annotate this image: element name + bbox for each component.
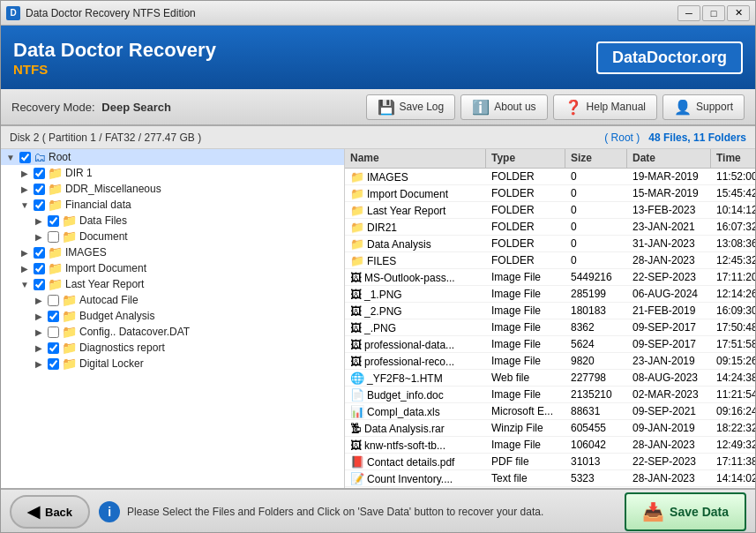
folder-icon: 📁 — [62, 293, 77, 307]
tree-checkbox[interactable] — [34, 279, 45, 290]
tree-checkbox[interactable] — [48, 231, 59, 243]
tree-item-label: Config.. Datacover.DAT — [79, 326, 190, 338]
expander-icon[interactable]: ▼ — [4, 151, 17, 163]
folder-icon: 📁 — [62, 357, 77, 371]
file-time: 10:14:12 — [711, 203, 755, 217]
file-row[interactable]: 📕Contact details.pdf PDF file 31013 22-S… — [345, 454, 755, 470]
file-row[interactable]: 📝Count Inventory.... Text file 5323 28-J… — [345, 470, 755, 487]
tree-checkbox[interactable] — [19, 152, 31, 163]
support-button[interactable]: 👤 Support — [662, 94, 745, 120]
expander-icon[interactable]: ▶ — [19, 167, 31, 179]
tree-checkbox[interactable] — [34, 168, 45, 179]
tree-item-financial[interactable]: ▼📁Financial data — [1, 197, 344, 213]
file-row[interactable]: 📁DIR21 FOLDER 0 23-JAN-2021 16:07:32 — [345, 219, 755, 236]
file-row[interactable]: 🖼professional-reco... Image File 9820 23… — [345, 353, 755, 370]
tree-checkbox[interactable] — [34, 199, 45, 211]
tree-item-importdoc[interactable]: ▶📁Import Document — [1, 260, 344, 276]
file-name: 📁DIR21 — [345, 220, 486, 235]
tree-item-images[interactable]: ▶📁IMAGES — [1, 244, 344, 260]
folder-icon: 📁 — [48, 245, 63, 259]
tree-item-config[interactable]: ▶📁Config.. Datacover.DAT — [1, 324, 344, 340]
save-data-icon: 📥 — [642, 501, 664, 522]
file-row[interactable]: 📁Import Document FOLDER 0 15-MAR-2019 15… — [345, 185, 755, 202]
file-size: 106042 — [565, 438, 627, 452]
expander-icon[interactable]: ▶ — [19, 183, 31, 195]
col-header-type[interactable]: Type — [486, 149, 565, 168]
col-header-size[interactable]: Size — [565, 149, 627, 168]
file-date: 28-JAN-2023 — [627, 253, 711, 267]
tree-item-dir1[interactable]: ▶📁DIR 1 — [1, 165, 344, 181]
tree-item-digital[interactable]: ▶📁Digital Locker — [1, 356, 344, 372]
expander-icon[interactable]: ▶ — [33, 342, 45, 354]
expander-icon[interactable]: ▶ — [33, 230, 45, 243]
tree-item-diagnostics[interactable]: ▶📁Diagnostics report — [1, 340, 344, 356]
tree-checkbox[interactable] — [48, 311, 59, 322]
file-type-icon: 🖼 — [350, 288, 362, 301]
file-type-icon: 📁 — [350, 237, 364, 251]
expander-icon[interactable]: ▶ — [19, 262, 31, 274]
file-row[interactable]: 🖼_1.PNG Image File 285199 06-AUG-2024 12… — [345, 286, 755, 303]
file-list-body: 📁IMAGES FOLDER 0 19-MAR-2019 11:52:00 📁I… — [345, 169, 755, 488]
file-type-icon: 📁 — [350, 204, 364, 217]
save-data-button[interactable]: 📥 Save Data — [625, 492, 746, 531]
expander-icon[interactable]: ▶ — [33, 326, 45, 338]
tree-item-root[interactable]: ▼🗂Root — [1, 149, 344, 165]
file-row[interactable]: 📁Data Analysis FOLDER 0 31-JAN-2023 13:0… — [345, 236, 755, 252]
root-link[interactable]: ( Root ) — [604, 131, 640, 144]
file-row[interactable]: 📊Compl_data.xls Microsoft E... 88631 09-… — [345, 403, 755, 420]
expander-icon[interactable]: ▶ — [33, 357, 45, 370]
file-row[interactable]: 📁FILES FOLDER 0 28-JAN-2023 12:45:32 — [345, 252, 755, 269]
file-name: 📁IMAGES — [345, 169, 486, 184]
tree-checkbox[interactable] — [34, 263, 45, 274]
expander-icon[interactable]: ▼ — [19, 278, 31, 290]
expander-icon[interactable]: ▶ — [19, 246, 31, 259]
tree-checkbox[interactable] — [48, 295, 59, 306]
expander-icon[interactable]: ▼ — [19, 199, 31, 211]
file-row[interactable]: 📄Budget_info.doc Image File 2135210 02-M… — [345, 387, 755, 403]
col-header-date[interactable]: Date — [627, 149, 711, 168]
tree-item-autocad[interactable]: ▶📁Autocad File — [1, 292, 344, 308]
tree-checkbox[interactable] — [48, 215, 59, 227]
minimize-button[interactable]: ─ — [677, 5, 700, 21]
file-row[interactable]: 🗜Data Analysis.rar Winzip File 605455 09… — [345, 420, 755, 437]
maximize-button[interactable]: □ — [702, 5, 725, 21]
expander-icon[interactable]: ▶ — [33, 214, 45, 227]
file-row[interactable]: 📁IMAGES FOLDER 0 19-MAR-2019 11:52:00 — [345, 169, 755, 185]
folder-icon: 📁 — [62, 341, 77, 355]
file-size: 5624 — [565, 337, 627, 351]
tree-item-ddr_misc[interactable]: ▶📁DDR_Miscellaneous — [1, 181, 344, 197]
file-row[interactable]: 🖼_.PNG Image File 8362 09-SEP-2017 17:50… — [345, 319, 755, 336]
expander-icon[interactable]: ▶ — [33, 310, 45, 322]
tree-checkbox[interactable] — [34, 247, 45, 259]
tree-checkbox[interactable] — [34, 184, 45, 195]
about-us-button[interactable]: ℹ️ About us — [460, 94, 547, 120]
tree-item-datafiles[interactable]: ▶📁Data Files — [1, 213, 344, 229]
logo-badge: DataDoctor.org — [596, 41, 743, 74]
help-manual-button[interactable]: ❓ Help Manual — [553, 94, 657, 120]
file-row[interactable]: 🖼MS-Outlook-pass... Image File 5449216 2… — [345, 269, 755, 286]
brand-main-title: Data Doctor Recovery — [13, 39, 216, 62]
tree-item-budget[interactable]: ▶📁Budget Analysis — [1, 308, 344, 324]
file-type-icon: 📊 — [350, 405, 364, 418]
tree-item-lastyear[interactable]: ▼📁Last Year Report — [1, 276, 344, 292]
tree-checkbox[interactable] — [48, 342, 59, 354]
file-row[interactable]: 📁Last Year Report FOLDER 0 13-FEB-2023 1… — [345, 202, 755, 219]
file-row[interactable]: 🖼_2.PNG Image File 180183 21-FEB-2019 16… — [345, 303, 755, 319]
file-name: 📁FILES — [345, 253, 486, 268]
col-header-name[interactable]: Name — [345, 149, 486, 168]
file-type: PDF file — [486, 454, 565, 469]
tree-item-document[interactable]: ▶📁Document — [1, 229, 344, 244]
expander-icon[interactable]: ▶ — [33, 294, 45, 306]
close-button[interactable]: ✕ — [727, 5, 750, 21]
tree-checkbox[interactable] — [48, 327, 59, 338]
file-row[interactable]: 🖼professional-data... Image File 5624 09… — [345, 336, 755, 353]
file-time: 17:11:20 — [711, 270, 755, 284]
tree-checkbox[interactable] — [48, 358, 59, 370]
back-button[interactable]: ◀ Back — [10, 495, 90, 529]
col-header-time[interactable]: Time — [711, 149, 755, 168]
save-log-button[interactable]: 💾 Save Log — [366, 94, 456, 120]
file-type: Winzip File — [486, 421, 565, 435]
file-time: 15:45:42 — [711, 186, 755, 200]
file-row[interactable]: 🌐_YF2F8~1.HTM Web file 227798 08-AUG-202… — [345, 370, 755, 387]
file-row[interactable]: 🖼knw-ntfs-soft-tb... Image File 106042 2… — [345, 437, 755, 454]
